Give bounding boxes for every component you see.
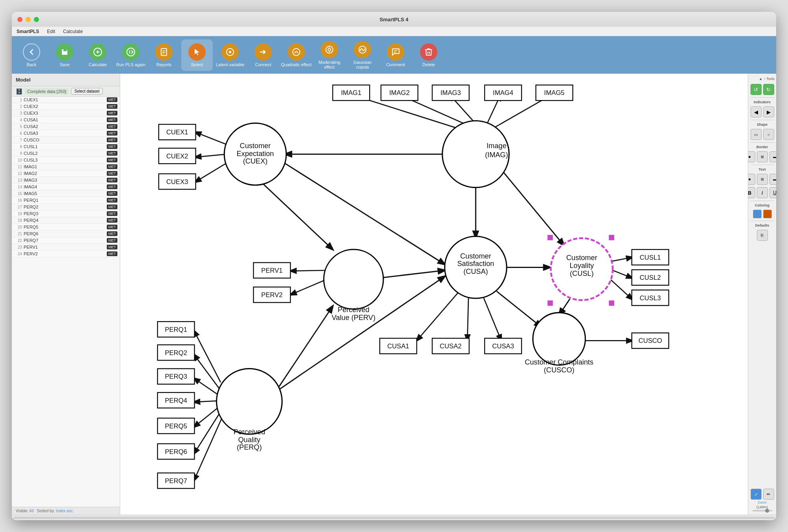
node-PERQ[interactable] — [217, 369, 282, 434]
svg-line-28 — [611, 280, 632, 299]
label-IMAG2: (IMAG) — [485, 151, 508, 159]
sidebar-item[interactable]: 18 PERQ3 MET — [12, 210, 120, 217]
italic-button[interactable]: I — [757, 187, 768, 198]
right-panel: ▲ ↑ Tools ↺ ↻ Indicators ◀ ▶ Shape ▭ ○ B… — [748, 74, 776, 515]
sidebar-item[interactable]: 14 IMAG4 MET — [12, 184, 120, 190]
sidebar-item[interactable]: 7 CUSCO MET — [12, 137, 120, 143]
sidebar-item[interactable]: 24 PERV2 MET — [12, 251, 120, 257]
sidebar-item[interactable]: 22 PERQ7 MET — [12, 237, 120, 244]
sidebar-item[interactable]: 23 PERV1 MET — [12, 244, 120, 251]
comment-button[interactable]: Comment — [380, 39, 411, 71]
divider-3 — [751, 142, 774, 143]
label-PERQ2: PERQ2 — [165, 349, 187, 357]
runpls-button[interactable]: Run PLS again — [115, 39, 147, 71]
handle-tr[interactable] — [609, 234, 615, 240]
border-solid-button[interactable]: ■ — [748, 151, 755, 162]
fill-color-button[interactable] — [753, 210, 762, 218]
select-button[interactable]: Select — [181, 39, 213, 71]
sidebar-item[interactable]: 20 PERQ5 MET — [12, 224, 120, 231]
sidebar-item[interactable]: 21 PERQ6 MET — [12, 231, 120, 237]
sidebar-item[interactable]: 10 CUSL3 MET — [12, 157, 120, 164]
mod-button[interactable]: Moderating effect — [314, 39, 345, 71]
sidebar-item[interactable]: 3 CUEX3 MET — [12, 110, 120, 117]
sidebar-item[interactable]: 17 PERQ2 MET — [12, 204, 120, 210]
sidebar-item[interactable]: 8 CUSL1 MET — [12, 143, 120, 150]
sidebar-item[interactable]: 9 CUSL2 MET — [12, 150, 120, 157]
sidebar-item[interactable]: 1 CUEX1 MET — [12, 97, 120, 103]
node-PERV[interactable] — [324, 249, 383, 309]
close-button[interactable] — [17, 17, 22, 22]
menu-calculate[interactable]: Calculate — [63, 29, 83, 34]
zoom-thumb[interactable] — [765, 509, 769, 513]
select-dataset-button[interactable]: Select dataset — [71, 88, 103, 95]
border-color-button[interactable] — [763, 210, 772, 218]
sidebar-item[interactable]: 2 CUEX2 MET — [12, 103, 120, 110]
connect-button[interactable]: Connect — [247, 39, 279, 71]
menu-smartpls[interactable]: SmartPLS — [17, 29, 39, 34]
delete-icon — [420, 43, 437, 61]
handle-tl[interactable] — [547, 234, 553, 240]
maximize-button[interactable] — [34, 17, 39, 22]
handle-bl[interactable] — [547, 300, 553, 306]
sidebar-item[interactable]: 5 CUSA2 MET — [12, 123, 120, 130]
text-solid-button[interactable]: ■ — [748, 174, 755, 185]
reports-button[interactable]: Reports — [148, 39, 180, 71]
zoom-slider[interactable] — [753, 510, 772, 512]
svg-line-24 — [467, 294, 468, 341]
back-icon — [23, 43, 40, 61]
sidebar-item[interactable]: 16 PERQ1 MET — [12, 197, 120, 204]
divider-2 — [751, 120, 774, 120]
divider-5 — [751, 201, 774, 201]
diagram-canvas[interactable]: IMAG1 IMAG2 IMAG3 IMAG4 IMAG5 CUEX1 CUEX… — [120, 74, 748, 515]
sidebar-list: 1 CUEX1 MET2 CUEX2 MET3 CUEX3 MET4 CUSA1… — [12, 97, 120, 507]
zoom-pencil-button[interactable]: ✏ — [763, 489, 774, 500]
model-label: Model — [16, 77, 31, 83]
shape-square-button[interactable]: ▭ — [751, 129, 762, 140]
label-CUSA1: CUSA1 — [387, 342, 409, 350]
delete-button[interactable]: Delete — [413, 39, 444, 71]
label-IMAG1: IMAG1 — [341, 89, 361, 97]
zoom-fit-button[interactable]: ⤢ — [751, 489, 762, 500]
quad-icon — [288, 43, 305, 61]
sidebar-item[interactable]: 11 IMAG1 MET — [12, 164, 120, 170]
undo-button[interactable]: ↺ — [751, 84, 762, 95]
sidebar-item[interactable]: 4 CUSA1 MET — [12, 117, 120, 123]
text-line-button[interactable]: ▬ — [769, 174, 777, 185]
footer-visible: Visible: All — [16, 509, 33, 513]
latent-icon — [221, 43, 239, 61]
label-IMAG2: IMAG2 — [389, 89, 410, 97]
scroll-track[interactable] — [13, 517, 775, 519]
svg-line-36 — [194, 419, 221, 481]
shape-circle-button[interactable]: ○ — [763, 129, 774, 140]
svg-line-46 — [496, 291, 541, 327]
coloring-label: Coloring — [755, 203, 769, 207]
node-CUSCO[interactable] — [533, 313, 585, 365]
back-button[interactable]: Back — [16, 39, 47, 71]
gauss-button[interactable]: Gaussian copula — [347, 39, 378, 71]
redo-button[interactable]: ↻ — [763, 84, 774, 95]
underline-button[interactable]: U — [769, 187, 777, 198]
save-button[interactable]: Save — [49, 39, 80, 71]
menu-edit[interactable]: Edit — [47, 29, 55, 34]
sidebar-item[interactable]: 6 CUSA3 MET — [12, 130, 120, 137]
sidebar-item[interactable]: 19 PERQ4 MET — [12, 217, 120, 224]
minimize-button[interactable] — [26, 17, 31, 22]
defaults-button[interactable]: ⎘ — [757, 230, 768, 241]
handle-br[interactable] — [609, 300, 615, 306]
sidebar-item[interactable]: 15 IMAG5 MET — [12, 190, 120, 197]
undo-redo-row: ↺ ↻ — [751, 84, 774, 95]
text-grid-button[interactable]: ⊞ — [757, 174, 768, 185]
bold-button[interactable]: B — [748, 187, 755, 198]
calculate-button[interactable]: Calculate — [82, 39, 113, 71]
indicators-right-button[interactable]: ▶ — [763, 106, 774, 117]
quad-button[interactable]: Quadratic effect — [281, 39, 312, 71]
border-line-button[interactable]: ▬ — [769, 151, 777, 162]
border-grid-button[interactable]: ⊞ — [757, 151, 768, 162]
sidebar-item[interactable]: 12 IMAG2 MET — [12, 170, 120, 177]
indicators-left-button[interactable]: ◀ — [751, 106, 762, 117]
label-CUEX: Customer — [240, 142, 271, 150]
canvas-area[interactable]: IMAG1 IMAG2 IMAG3 IMAG4 IMAG5 CUEX1 CUEX… — [120, 74, 748, 515]
reports-icon — [155, 43, 173, 61]
latent-button[interactable]: Latent variable — [214, 39, 246, 71]
sidebar-item[interactable]: 13 IMAG3 MET — [12, 177, 120, 184]
